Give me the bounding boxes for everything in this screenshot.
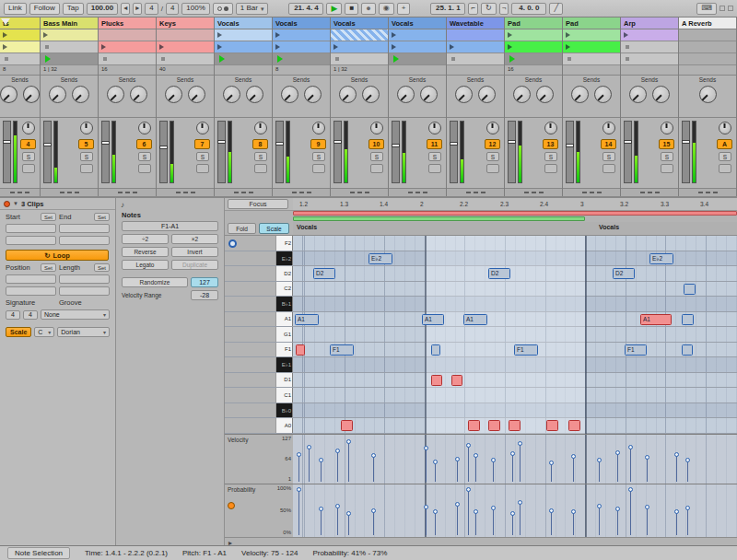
record-button[interactable]: ● [361,3,375,15]
probability-marker[interactable] [685,506,690,535]
piano-key[interactable]: B♭0 [276,403,293,418]
loop-bar-pink-clip[interactable] [293,211,737,216]
solo-button[interactable]: S [22,152,35,161]
clip[interactable] [99,29,156,41]
track-activator-button[interactable]: 12 [485,139,500,149]
piano-key[interactable]: B♭1 [276,297,293,311]
loop-length-display[interactable]: 4. 0. 0 [511,3,546,15]
clip[interactable] [505,41,562,52]
piano-key[interactable]: C1 [276,388,293,402]
track-header[interactable]: Keys [157,18,214,29]
time-sig-numerator[interactable]: 4 [145,3,158,15]
velocity-marker[interactable] [319,458,323,482]
clip-slot[interactable] [0,41,40,53]
end-set-button[interactable]: Set [94,213,110,221]
pan-knob[interactable] [312,122,325,134]
clip[interactable] [215,41,272,52]
track-header[interactable]: Vocals [331,18,388,29]
pan-knob[interactable] [22,122,35,134]
velocity-marker[interactable] [615,450,620,481]
velocity-marker[interactable] [297,452,301,481]
clip-slot[interactable] [157,41,214,53]
solo-button[interactable]: S [486,152,499,161]
clip-slot[interactable] [621,29,678,41]
nudge-down-button[interactable]: ◂ [121,3,130,15]
tempo-display[interactable]: 100.00 [87,3,118,15]
clip-slot[interactable] [389,53,446,65]
arm-button[interactable] [312,164,325,173]
track-activator-button[interactable]: 7 [194,139,210,149]
note-grid-area[interactable]: F2E♭2D2C2B♭1A1G1F1E♭1D1C1B♭0A0 E♭2E♭2D2D… [225,236,737,434]
randomize-value-field[interactable]: 127 [191,277,218,287]
send-a-knob[interactable] [571,86,589,103]
arm-button[interactable] [544,164,557,173]
track-activator-button[interactable]: A [717,139,732,149]
track-header[interactable]: Plucks [99,18,156,29]
pan-knob[interactable] [254,122,267,134]
send-b-knob[interactable] [594,86,612,103]
track-activator-button[interactable]: 15 [659,139,674,149]
pan-knob[interactable] [661,122,673,134]
arm-button[interactable] [138,164,151,173]
arm-button[interactable] [80,164,93,173]
volume-fader[interactable] [392,121,400,183]
velocity-marker[interactable] [424,446,428,481]
velocity-marker[interactable] [628,445,633,481]
send-b-knob[interactable] [72,86,89,103]
track-activator-button[interactable]: 13 [543,139,558,149]
arm-button[interactable] [661,164,673,173]
clip[interactable] [273,29,330,41]
pan-knob[interactable] [196,122,209,134]
computer-midi-keyboard-button[interactable]: ⌨ [696,3,717,15]
note-lane[interactable] [293,357,737,372]
end-value-field[interactable] [6,236,56,245]
signature-denominator-field[interactable]: 4 [23,310,38,320]
capture-midi-button[interactable]: + [397,3,411,15]
fold-button[interactable]: Fold [228,223,256,234]
clip-slot[interactable] [621,53,678,65]
arm-button[interactable] [370,164,383,173]
start-set-button[interactable]: Set [41,213,56,221]
volume-fader[interactable] [450,121,458,183]
arm-button[interactable] [602,164,615,173]
clip-slot[interactable] [389,41,446,53]
send-b-knob[interactable] [536,86,554,103]
double-time-button[interactable]: ×2 [171,234,218,244]
volume-fader[interactable] [275,121,284,183]
session-record-button[interactable]: ◉ [379,3,394,15]
duplicate-button[interactable]: Duplicate [171,260,218,270]
pan-knob[interactable] [370,122,383,134]
clip[interactable] [331,29,388,41]
clip-slot[interactable] [41,41,98,53]
quantization-menu[interactable]: 1 Bar▾ [236,3,269,15]
clip[interactable] [505,29,562,41]
probability-marker[interactable] [571,509,576,534]
probability-marker[interactable] [518,500,522,535]
track-activator-button[interactable]: 8 [252,139,268,149]
velocity-marker[interactable] [597,458,602,482]
send-b-knob[interactable] [23,86,41,103]
velocity-marker[interactable] [571,454,576,482]
fader-handle[interactable] [3,140,11,144]
piano-key[interactable]: G1 [276,327,293,342]
pan-knob[interactable] [486,122,499,134]
piano-key[interactable]: D2 [276,266,293,281]
piano-key[interactable]: F1 [276,343,293,357]
fader-handle[interactable] [101,141,110,145]
solo-button[interactable]: S [80,152,93,161]
velocity-marker[interactable] [518,441,522,482]
volume-fader[interactable] [566,121,574,183]
pan-knob[interactable] [544,122,557,134]
track-header[interactable]: A Reverb [679,18,736,29]
clip-slot[interactable] [99,53,156,65]
velocity-marker[interactable] [674,452,679,481]
track-header[interactable]: Pad [563,18,620,29]
send-a-knob[interactable] [281,86,298,103]
velocity-marker[interactable] [371,453,376,481]
piano-key[interactable]: C2 [276,282,293,297]
volume-fader[interactable] [624,121,632,183]
note-lane[interactable] [293,403,737,418]
send-b-knob[interactable] [420,86,438,103]
randomize-button[interactable]: Randomize [122,277,188,287]
probability-marker[interactable] [466,487,471,535]
